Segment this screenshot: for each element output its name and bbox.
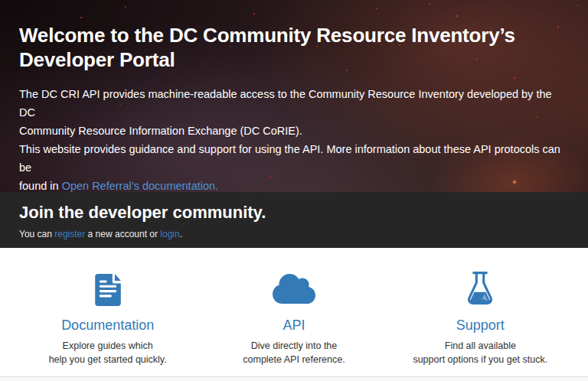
page-title-line1: Welcome to the DC Community Resource Inv… (19, 24, 515, 47)
hero-intro-line4: found in (19, 180, 62, 192)
hero-intro-line2: Community Resource Information Exchange … (19, 125, 302, 137)
feature-desc-api: Dive directly into thecomplete API refer… (201, 339, 387, 366)
feature-desc-documentation: Explore guides whichhelp you get started… (15, 339, 201, 366)
feature-api: API Dive directly into thecomplete API r… (201, 269, 387, 376)
community-heading: Join the developer community. (19, 202, 569, 223)
community-text-prefix: You can (19, 229, 54, 239)
feature-title-api[interactable]: API (201, 318, 387, 333)
page-title: Welcome to the DC Community Resource Inv… (19, 23, 569, 72)
community-subtext: You can register a new account or login. (19, 229, 569, 239)
feature-title-support[interactable]: Support (387, 318, 573, 333)
register-link[interactable]: register (54, 229, 85, 239)
hero-intro-line1: The DC CRI API provides machine-readable… (19, 88, 552, 119)
file-icon (15, 269, 201, 306)
community-text-suffix: . (180, 229, 182, 239)
feature-columns: Documentation Explore guides whichhelp y… (0, 248, 588, 376)
feature-title-documentation[interactable]: Documentation (15, 318, 201, 333)
feature-desc-support: Find all availablesupport options if you… (387, 339, 573, 366)
login-link[interactable]: login (160, 229, 179, 239)
open-referral-docs-link[interactable]: Open Referral’s documentation. (62, 180, 218, 192)
flask-icon (387, 269, 573, 306)
community-band: Join the developer community. You can re… (0, 192, 588, 248)
community-text-middle: a new account or (85, 229, 160, 239)
hero-intro-text: The DC CRI API provides machine-readable… (19, 85, 569, 192)
page-title-line2: Developer Portal (19, 48, 175, 71)
feature-support: Support Find all availablesupport option… (387, 269, 573, 376)
hero-intro-line3: This website provides guidance and suppo… (19, 143, 560, 174)
hero-banner: Welcome to the DC Community Resource Inv… (0, 0, 588, 192)
developer-portal-page: Welcome to the DC Community Resource Inv… (0, 0, 588, 381)
page-footer (0, 376, 588, 381)
cloud-icon (201, 269, 387, 306)
feature-documentation: Documentation Explore guides whichhelp y… (15, 269, 201, 376)
